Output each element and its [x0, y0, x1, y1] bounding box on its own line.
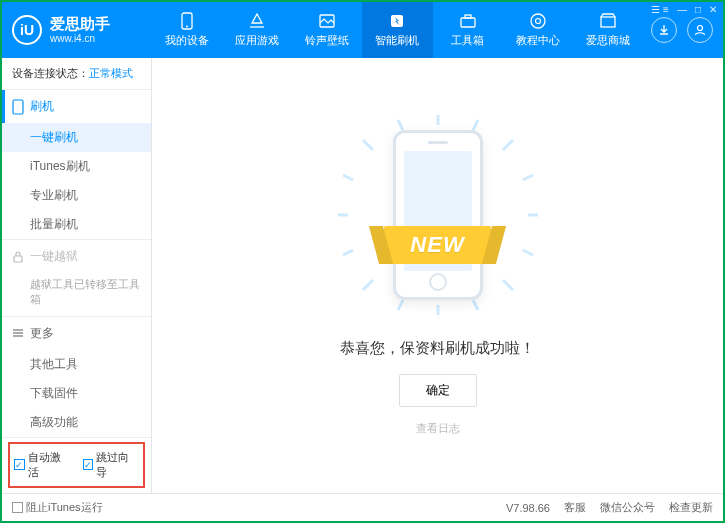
nav-label: 应用游戏	[235, 33, 279, 48]
phone-graphic	[393, 130, 483, 300]
svg-line-29	[343, 250, 353, 255]
checkbox-highlight-box: ✓ 自动激活 ✓ 跳过向导	[8, 442, 145, 488]
toolbox-icon	[459, 12, 477, 30]
sidebar-section-more: 更多 其他工具 下载固件 高级功能	[2, 317, 151, 438]
sidebar-item-download[interactable]: 下载固件	[2, 379, 151, 408]
svg-point-10	[698, 26, 703, 31]
user-controls	[651, 17, 713, 43]
nav-flash[interactable]: 智能刷机	[362, 2, 432, 58]
nav-wallpaper[interactable]: 铃声壁纸	[292, 2, 362, 58]
phone-icon	[12, 99, 24, 115]
sidebar-section-flash: 刷机 一键刷机 iTunes刷机 专业刷机 批量刷机	[2, 90, 151, 240]
nav-toolbox[interactable]: 工具箱	[433, 2, 503, 58]
svg-rect-5	[461, 18, 475, 27]
checkbox-block-itunes[interactable]: 阻止iTunes运行	[12, 500, 103, 515]
titlebar: ☰ ≡ — □ ✕ iU 爱思助手 www.i4.cn 我的设备 应用游戏 铃声	[2, 2, 723, 58]
store-icon	[599, 12, 617, 30]
sidebar-item-pro[interactable]: 专业刷机	[2, 181, 151, 210]
nav-label: 我的设备	[165, 33, 209, 48]
svg-line-27	[343, 175, 353, 180]
svg-point-7	[531, 14, 545, 28]
top-nav: 我的设备 应用游戏 铃声壁纸 智能刷机 工具箱 教程中心	[152, 2, 643, 58]
sidebar-item-oneclick[interactable]: 一键刷机	[2, 123, 151, 152]
version-label: V7.98.66	[506, 502, 550, 514]
flash-icon	[388, 12, 406, 30]
footer: 阻止iTunes运行 V7.98.66 客服 微信公众号 检查更新	[2, 493, 723, 521]
checkbox-skip-guide[interactable]: ✓ 跳过向导	[83, 450, 140, 480]
menu-icon[interactable]: ☰ ≡	[651, 4, 669, 15]
nav-apps[interactable]: 应用游戏	[222, 2, 292, 58]
checkbox-label: 阻止iTunes运行	[26, 500, 103, 515]
user-button[interactable]	[687, 17, 713, 43]
svg-line-31	[398, 300, 403, 310]
lock-icon	[12, 250, 24, 264]
svg-line-24	[503, 280, 513, 290]
footer-right: V7.98.66 客服 微信公众号 检查更新	[506, 500, 713, 515]
nav-store[interactable]: 爱思商城	[573, 2, 643, 58]
svg-line-30	[523, 250, 533, 255]
svg-line-26	[473, 120, 478, 130]
close-icon[interactable]: ✕	[709, 4, 717, 15]
nav-label: 教程中心	[516, 33, 560, 48]
main-content: NEW 恭喜您，保资料刷机成功啦！ 确定 查看日志	[152, 58, 723, 493]
app-url: www.i4.cn	[50, 33, 110, 44]
checkbox-icon: ✓	[83, 459, 94, 470]
sidebar: 设备连接状态：正常模式 刷机 一键刷机 iTunes刷机 专业刷机 批量刷机 一…	[2, 58, 152, 493]
app-title: 爱思助手	[50, 16, 110, 33]
svg-rect-9	[601, 17, 615, 27]
sidebar-head-label: 刷机	[30, 98, 54, 115]
nav-label: 爱思商城	[586, 33, 630, 48]
logo-icon: iU	[12, 15, 42, 45]
ok-button[interactable]: 确定	[399, 374, 477, 407]
download-button[interactable]	[651, 17, 677, 43]
maximize-icon[interactable]: □	[695, 4, 701, 15]
sidebar-item-batch[interactable]: 批量刷机	[2, 210, 151, 239]
service-link[interactable]: 客服	[564, 500, 586, 515]
sidebar-head-jailbreak[interactable]: 一键越狱	[2, 240, 151, 273]
nav-label: 智能刷机	[375, 33, 419, 48]
window-controls: ☰ ≡ — □ ✕	[651, 4, 717, 15]
sidebar-section-jailbreak: 一键越狱 越狱工具已转移至工具箱	[2, 240, 151, 317]
tutorial-icon	[529, 12, 547, 30]
sidebar-head-label: 一键越狱	[30, 248, 78, 265]
app-window: ☰ ≡ — □ ✕ iU 爱思助手 www.i4.cn 我的设备 应用游戏 铃声	[0, 0, 725, 523]
sidebar-item-itunes[interactable]: iTunes刷机	[2, 152, 151, 181]
svg-line-25	[398, 120, 403, 130]
phone-icon	[178, 12, 196, 30]
apps-icon	[248, 12, 266, 30]
nav-label: 工具箱	[451, 33, 484, 48]
svg-line-22	[503, 140, 513, 150]
nav-label: 铃声壁纸	[305, 33, 349, 48]
svg-point-1	[186, 26, 188, 28]
sidebar-head-label: 更多	[30, 325, 54, 342]
checkbox-auto-activate[interactable]: ✓ 自动激活	[14, 450, 71, 480]
sidebar-item-other[interactable]: 其他工具	[2, 350, 151, 379]
svg-line-32	[473, 300, 478, 310]
nav-my-device[interactable]: 我的设备	[152, 2, 222, 58]
sidebar-item-advanced[interactable]: 高级功能	[2, 408, 151, 437]
wechat-link[interactable]: 微信公众号	[600, 500, 655, 515]
check-update-link[interactable]: 检查更新	[669, 500, 713, 515]
svg-line-23	[363, 280, 373, 290]
minimize-icon[interactable]: —	[677, 4, 687, 15]
view-log-link[interactable]: 查看日志	[416, 421, 460, 436]
checkbox-label: 自动激活	[28, 450, 71, 480]
svg-rect-11	[13, 100, 23, 114]
body: 设备连接状态：正常模式 刷机 一键刷机 iTunes刷机 专业刷机 批量刷机 一…	[2, 58, 723, 493]
checkbox-icon: ✓	[14, 459, 25, 470]
checkbox-label: 跳过向导	[96, 450, 139, 480]
connection-mode: 正常模式	[89, 67, 133, 79]
sidebar-head-flash[interactable]: 刷机	[2, 90, 151, 123]
wallpaper-icon	[318, 12, 336, 30]
jailbreak-note: 越狱工具已转移至工具箱	[2, 273, 151, 316]
svg-line-28	[523, 175, 533, 180]
menu-icon	[12, 327, 24, 339]
nav-tutorial[interactable]: 教程中心	[503, 2, 573, 58]
svg-line-21	[363, 140, 373, 150]
new-ribbon: NEW	[384, 226, 490, 264]
connection-status: 设备连接状态：正常模式	[2, 58, 151, 90]
success-illustration: NEW	[338, 115, 538, 315]
sidebar-head-more[interactable]: 更多	[2, 317, 151, 350]
svg-rect-6	[465, 15, 471, 18]
checkbox-icon	[12, 502, 23, 513]
